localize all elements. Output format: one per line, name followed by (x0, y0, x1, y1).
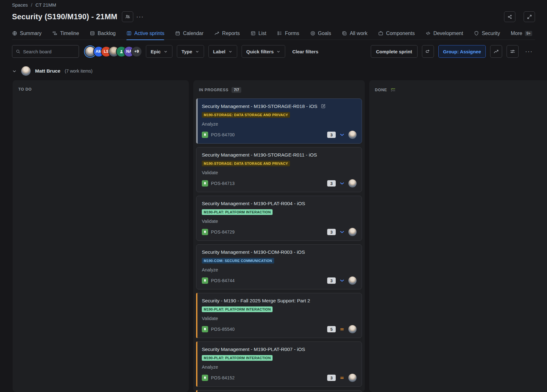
table-icon (250, 31, 256, 36)
story-points-badge: 3 (327, 375, 336, 381)
share-button[interactable] (504, 11, 515, 22)
search-input[interactable] (23, 49, 75, 54)
board-card[interactable]: Security - M190 - Fall 2025 Merge Suppor… (196, 293, 362, 338)
board-card[interactable]: Security Management - M190-STORAGE-R018 … (196, 98, 362, 144)
priority-low-icon (339, 181, 345, 186)
card-key[interactable]: POS-84152 (211, 375, 235, 380)
tab-reports[interactable]: Reports (214, 27, 240, 40)
avatar[interactable] (348, 179, 357, 187)
breadcrumb: Spaces / CT 21MM (12, 1, 535, 8)
card-title[interactable]: Security - M190 - Fall 2025 Merge Suppor… (202, 298, 310, 304)
card-label[interactable]: M190-PLAT: PLATFORM INTERACTION (202, 209, 273, 215)
avatar[interactable] (348, 276, 357, 285)
chevron-down-icon (12, 69, 17, 74)
avatar[interactable] (348, 374, 357, 382)
board-app: Spaces / CT 21MM Security (S190/M190) - … (0, 0, 547, 392)
edit-icon[interactable] (321, 104, 326, 109)
sliders-icon (510, 49, 515, 54)
board-columns-icon (126, 31, 132, 36)
board-card[interactable]: Security Management - M190-COM-R003 - iO… (196, 244, 362, 289)
story-points-badge: 3 (327, 132, 336, 138)
quick-filters-dropdown[interactable]: Quick filters (242, 45, 286, 58)
epic-filter-dropdown[interactable]: Epic (146, 45, 172, 58)
card-title[interactable]: Security Management - M190-STORAGE-R018 … (202, 103, 317, 109)
page-header: Spaces / CT 21MM Security (S190/M190) - … (0, 0, 547, 40)
column-title: DONE (375, 88, 387, 92)
board-card-partial[interactable] (196, 390, 362, 392)
people-button[interactable] (122, 11, 133, 22)
card-key[interactable]: POS-84713 (211, 181, 235, 186)
card-label[interactable]: M190-PLAT: PLATFORM INTERACTION (202, 306, 273, 312)
group-by-assignee-button[interactable]: Group: Assignee (438, 45, 486, 58)
fullscreen-button[interactable] (524, 11, 535, 22)
breadcrumb-project[interactable]: CT 21MM (35, 2, 56, 8)
label-filter-dropdown[interactable]: Label (208, 45, 237, 58)
card-label[interactable]: M190-PLAT: PLATFORM INTERACTION (202, 355, 273, 361)
kanban-board: TO DO IN PROGRESS 7/7 Security Managemen… (0, 80, 547, 392)
card-title[interactable]: Security Management - M190-PLAT-R004 - i… (202, 200, 305, 206)
share-icon (507, 14, 513, 20)
tab-list[interactable]: List (250, 27, 266, 40)
tab-bar: Summary Timeline Backlog Active sprints … (12, 27, 535, 40)
column-in-progress: IN PROGRESS 7/7 Security Management - M1… (193, 80, 365, 392)
avatar[interactable] (348, 131, 357, 139)
card-key[interactable]: POS-84744 (211, 278, 235, 283)
clear-filters-button[interactable]: Clear filters (292, 49, 318, 54)
search-board-box[interactable] (12, 45, 79, 58)
card-label[interactable]: M190-STORAGE: DATA STORAGE AND PRIVACY (202, 112, 290, 118)
card-label[interactable]: M190-COM: SECURE COMMUNICATION (202, 258, 274, 264)
page-title: Security (S190/M190) - 21MM (12, 12, 117, 21)
card-status: Analyze (202, 122, 357, 127)
priority-low-icon (339, 229, 345, 235)
tab-forms[interactable]: Forms (277, 27, 299, 40)
tab-summary[interactable]: Summary (12, 27, 41, 40)
tab-backlog[interactable]: Backlog (90, 27, 116, 40)
type-filter-dropdown[interactable]: Type (177, 45, 204, 58)
board-more-button[interactable]: ··· (523, 45, 535, 58)
card-flag-bar (196, 390, 197, 392)
view-settings-button[interactable] (507, 45, 519, 58)
expand-icon (527, 14, 532, 20)
card-title[interactable]: Security Management - M190-COM-R003 - iO… (202, 249, 305, 255)
chevron-down-icon (228, 50, 232, 54)
person-icon (119, 49, 124, 54)
collapse-group-button[interactable] (12, 69, 17, 74)
board-card[interactable]: Security Management - M190-PLAT-R004 - i… (196, 196, 362, 241)
avatar[interactable] (348, 325, 357, 333)
trend-chart-icon (214, 31, 219, 36)
card-status: Validate (202, 219, 357, 224)
card-label[interactable]: M190-STORAGE: DATA STORAGE AND PRIVACY (202, 161, 290, 166)
assignee-avatar-filter: AM LS NA +9 (85, 47, 141, 56)
tab-goals[interactable]: Goals (310, 27, 331, 40)
board-card[interactable]: Security Management - M190-STORAGE-R011 … (196, 147, 362, 192)
card-key[interactable]: POS-84700 (211, 132, 235, 137)
avatar[interactable] (348, 228, 357, 236)
breadcrumb-spaces[interactable]: Spaces (12, 2, 28, 8)
tab-development[interactable]: Development (425, 27, 463, 40)
tab-active-sprints[interactable]: Active sprints (126, 27, 164, 40)
story-points-badge: 3 (327, 180, 336, 187)
tab-components[interactable]: Components (378, 27, 415, 40)
card-key[interactable]: POS-84729 (211, 229, 235, 235)
tab-timeline[interactable]: Timeline (52, 27, 79, 40)
column-header: IN PROGRESS 7/7 (193, 80, 365, 97)
card-title[interactable]: Security Management - M190-STORAGE-R011 … (202, 152, 317, 158)
complete-sprint-button[interactable]: Complete sprint (371, 45, 418, 58)
tab-all-work[interactable]: All work (342, 27, 367, 40)
avatar-filter-overflow[interactable]: +9 (132, 47, 141, 56)
timeline-icon (52, 31, 57, 36)
code-icon (425, 31, 431, 36)
title-more-button[interactable]: ··· (136, 14, 144, 20)
board-card[interactable]: Security Management - M190-PLAT-R007 - i… (196, 342, 362, 387)
automation-button[interactable] (422, 45, 434, 58)
priority-medium-icon (339, 375, 345, 381)
card-key[interactable]: POS-85540 (211, 327, 235, 332)
tab-security[interactable]: Security (474, 27, 500, 40)
insights-button[interactable] (490, 45, 502, 58)
card-flag-bar (196, 342, 197, 387)
card-title[interactable]: Security Management - M190-PLAT-R007 - i… (202, 346, 305, 352)
tab-more[interactable]: More 9+ (511, 27, 532, 40)
target-icon (310, 31, 316, 36)
tab-calendar[interactable]: Calendar (175, 27, 203, 40)
story-points-badge: 3 (327, 277, 336, 284)
